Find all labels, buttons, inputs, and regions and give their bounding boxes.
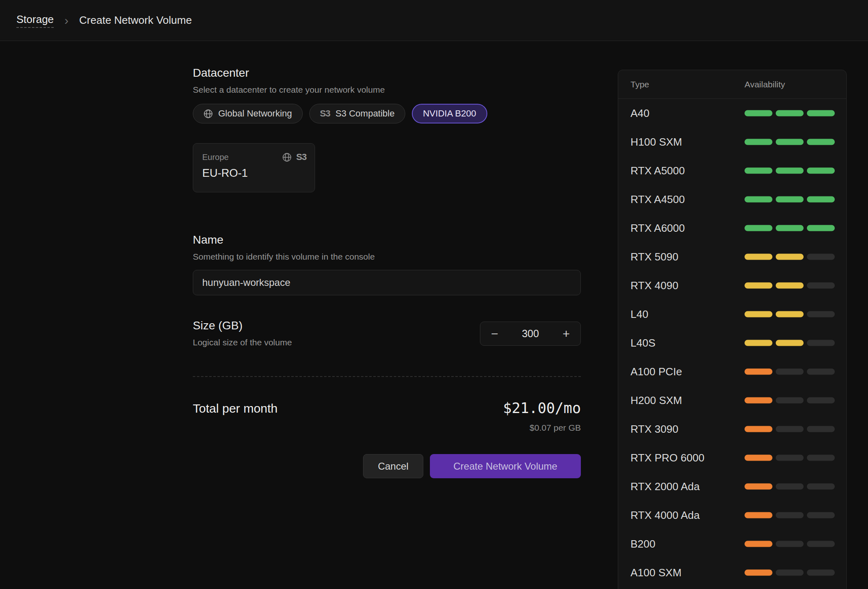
gpu-type-label: RTX 2000 Ada	[630, 480, 700, 493]
size-labels: Size (GB) Logical size of the volume	[193, 319, 292, 347]
gpu-row: RTX 3090	[618, 415, 846, 443]
gpu-type-label: RTX 4090	[630, 279, 678, 292]
availability-segment	[745, 110, 772, 116]
gpu-rows: A40H100 SXMRTX A5000RTX A4500RTX A6000RT…	[618, 99, 846, 587]
gpu-row: RTX A5000	[618, 156, 846, 185]
availability-segment	[807, 225, 835, 231]
availability-meter	[745, 397, 835, 404]
availability-segment	[776, 369, 804, 375]
create-network-volume-button[interactable]: Create Network Volume	[430, 454, 581, 478]
gpu-row: A100 SXM	[618, 558, 846, 587]
volume-name-input[interactable]	[193, 270, 581, 295]
filter-nvidia-b200[interactable]: NVIDIA B200	[412, 104, 487, 123]
datacenter-card-eu-ro-1[interactable]: Europe EU-RO-1 S3	[193, 143, 315, 192]
gpu-row: RTX PRO 6000	[618, 443, 846, 472]
datacenter-id: EU-RO-1	[202, 167, 306, 180]
gpu-type-label: RTX PRO 6000	[630, 452, 704, 464]
availability-segment	[745, 139, 772, 145]
cancel-button[interactable]: Cancel	[363, 454, 423, 478]
size-increment-button[interactable]: +	[562, 328, 570, 340]
availability-segment	[807, 570, 835, 576]
gpu-type-label: L40S	[630, 337, 656, 349]
name-section: Name Something to identify this volume i…	[193, 233, 581, 295]
availability-column-header: Availability	[745, 80, 785, 89]
availability-segment	[776, 397, 804, 404]
availability-meter	[745, 254, 835, 260]
availability-segment	[745, 570, 772, 576]
gpu-row: RTX 4090	[618, 271, 846, 300]
availability-meter	[745, 139, 835, 145]
gpu-row: H100 SXM	[618, 128, 846, 156]
s3-badge: S3	[296, 152, 306, 162]
availability-segment	[745, 484, 772, 490]
filter-label: NVIDIA B200	[423, 108, 476, 119]
size-decrement-button[interactable]: −	[491, 328, 498, 340]
size-value: 300	[522, 328, 539, 340]
datacenter-subtitle: Select a datacenter to create your netwo…	[193, 85, 581, 95]
gpu-type-label: A40	[630, 107, 649, 120]
availability-segment	[776, 196, 804, 203]
availability-segment	[807, 541, 835, 547]
availability-segment	[807, 110, 835, 116]
availability-meter	[745, 311, 835, 317]
availability-segment	[776, 139, 804, 145]
type-column-header: Type	[630, 80, 649, 89]
gpu-row: RTX 4000 Ada	[618, 501, 846, 530]
availability-meter	[745, 168, 835, 174]
gpu-type-label: RTX A4500	[630, 193, 685, 206]
breadcrumb-chevron-icon: ›	[64, 14, 69, 27]
availability-segment	[745, 225, 772, 231]
availability-meter	[745, 541, 835, 547]
availability-segment	[745, 541, 772, 547]
datacenter-badges: S3	[282, 152, 306, 162]
availability-header-row: Type Availability	[618, 70, 846, 99]
availability-segment	[776, 311, 804, 317]
availability-segment	[745, 426, 772, 432]
availability-segment	[776, 570, 804, 576]
gpu-row: L40	[618, 300, 846, 329]
availability-segment	[776, 168, 804, 174]
availability-segment	[745, 196, 772, 203]
breadcrumb-storage-link[interactable]: Storage	[16, 13, 54, 28]
filter-global-networking[interactable]: Global Networking	[193, 104, 303, 123]
gpu-type-label: A100 PCIe	[630, 365, 682, 378]
gpu-row: A40	[618, 99, 846, 128]
availability-segment	[807, 283, 835, 289]
datacenter-filter-row: Global Networking S3 S3 Compatible NVIDI…	[193, 104, 581, 123]
gpu-row: RTX A6000	[618, 214, 846, 242]
gpu-row: RTX 2000 Ada	[618, 472, 846, 501]
gpu-type-label: RTX 3090	[630, 423, 678, 436]
availability-segment	[776, 512, 804, 518]
gpu-type-label: H200 SXM	[630, 394, 682, 407]
datacenter-section: Datacenter Select a datacenter to create…	[193, 66, 581, 192]
availability-segment	[745, 369, 772, 375]
availability-meter	[745, 512, 835, 518]
availability-meter	[745, 369, 835, 375]
gpu-row: H200 SXM	[618, 386, 846, 415]
summary-values: $21.00/mo $0.07 per GB	[503, 400, 581, 433]
availability-segment	[776, 283, 804, 289]
availability-segment	[745, 311, 772, 317]
price-per-gb: $0.07 per GB	[530, 423, 581, 433]
availability-segment	[807, 254, 835, 260]
availability-segment	[745, 340, 772, 346]
availability-meter	[745, 340, 835, 346]
availability-segment	[776, 340, 804, 346]
availability-segment	[807, 397, 835, 404]
availability-meter	[745, 283, 835, 289]
availability-segment	[807, 340, 835, 346]
gpu-type-label: RTX A5000	[630, 164, 685, 177]
availability-segment	[807, 512, 835, 518]
create-volume-form: Datacenter Select a datacenter to create…	[193, 41, 581, 478]
availability-segment	[745, 168, 772, 174]
datacenter-title: Datacenter	[193, 66, 581, 80]
top-bar: Storage › Create Network Volume	[0, 0, 868, 41]
total-per-month-label: Total per month	[193, 400, 278, 415]
availability-segment	[776, 426, 804, 432]
availability-segment	[745, 283, 772, 289]
availability-segment	[807, 426, 835, 432]
availability-segment	[776, 225, 804, 231]
filter-s3-compatible[interactable]: S3 S3 Compatible	[309, 104, 405, 123]
availability-segment	[807, 196, 835, 203]
availability-segment	[807, 369, 835, 375]
